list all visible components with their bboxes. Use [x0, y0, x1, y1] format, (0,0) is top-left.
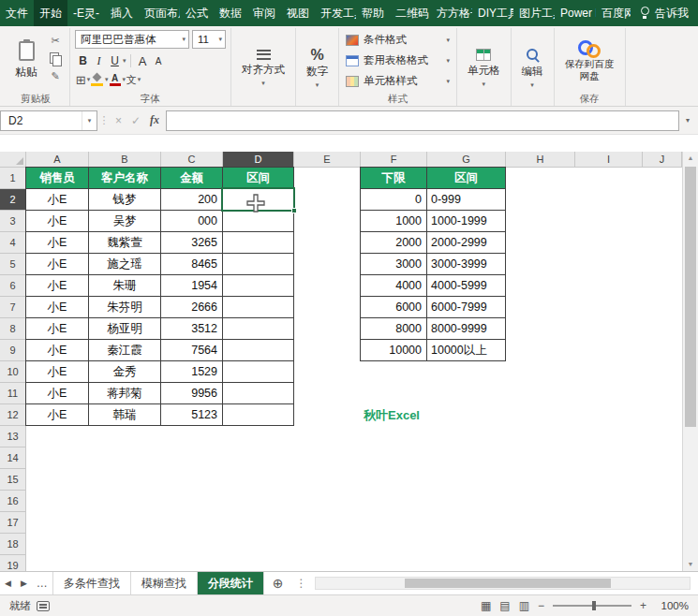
insert-function-button[interactable]: fx	[145, 113, 164, 127]
column-header-D[interactable]: D	[223, 152, 294, 168]
menu-tab-公式[interactable]: 公式	[180, 0, 214, 26]
previous-sheet-arrow[interactable]: ◀	[0, 572, 16, 594]
cell-C12[interactable]: 5123	[161, 404, 223, 426]
editing-button[interactable]: 编辑 ▾	[516, 30, 549, 106]
row-header-4[interactable]: 4	[0, 232, 26, 254]
menu-tab-Power Pivot[interactable]: Power Pivot	[555, 0, 596, 26]
cell-C5[interactable]: 8465	[161, 254, 223, 275]
cut-button[interactable]: ✂	[46, 33, 65, 48]
cell-D3[interactable]	[223, 211, 294, 232]
cell-D7[interactable]	[223, 297, 294, 318]
copy-button[interactable]	[46, 51, 65, 66]
column-header-B[interactable]: B	[89, 152, 161, 168]
sheet-tab-模糊查找[interactable]: 模糊查找	[131, 572, 198, 594]
cell-A9[interactable]: 小E	[26, 340, 89, 361]
cell-G7[interactable]: 6000-7999	[427, 297, 506, 318]
menu-tab-百度网盘[interactable]: 百度网盘	[596, 0, 631, 26]
zoom-out-button[interactable]: −	[538, 599, 544, 612]
menu-tab-开发工具[interactable]: 开发工具	[315, 0, 356, 26]
cell-G4[interactable]: 2000-2999	[427, 232, 506, 254]
row-header-9[interactable]: 9	[0, 340, 26, 361]
menu-tab-审阅[interactable]: 审阅	[247, 0, 281, 26]
cell-D10[interactable]	[223, 361, 294, 383]
cell-B6[interactable]: 朱珊	[89, 275, 161, 297]
format-as-table-button[interactable]: 套用表格格式 ▾	[344, 51, 452, 69]
sheet-tab-多条件查找[interactable]: 多条件查找	[52, 572, 131, 594]
cell-G3[interactable]: 1000-1999	[427, 211, 506, 232]
underline-button[interactable]: U	[107, 52, 123, 69]
cell-G5[interactable]: 3000-3999	[427, 254, 506, 275]
menu-tab-页面布局[interactable]: 页面布局	[139, 0, 180, 26]
bold-button[interactable]: B	[75, 52, 91, 69]
cell-B11[interactable]: 蒋邦菊	[89, 383, 161, 404]
cell-B10[interactable]: 金秀	[89, 361, 161, 383]
save-to-baidu-button[interactable]: 保存到百度网盘	[562, 58, 616, 81]
cancel-button[interactable]: ×	[111, 114, 126, 127]
row-header-8[interactable]: 8	[0, 318, 26, 340]
zoom-level[interactable]: 100%	[655, 600, 689, 611]
font-color-button[interactable]: A▾	[109, 71, 126, 88]
row-header-15[interactable]: 15	[0, 469, 26, 491]
zoom-in-button[interactable]: +	[640, 599, 646, 612]
cell-F3[interactable]: 1000	[361, 211, 427, 232]
row-header-11[interactable]: 11	[0, 383, 26, 404]
sales-header-2[interactable]: 客户名称	[89, 168, 161, 189]
menu-tab-帮助[interactable]: 帮助	[356, 0, 390, 26]
menu-tab-数据[interactable]: 数据	[214, 0, 247, 26]
cell-F6[interactable]: 4000	[361, 275, 427, 297]
horizontal-scrollbar-thumb[interactable]	[405, 579, 611, 588]
column-header-J[interactable]: J	[643, 152, 682, 168]
fill-color-button[interactable]: ▾	[91, 71, 109, 88]
cell-G2[interactable]: 0-999	[427, 189, 506, 211]
page-layout-view-button[interactable]: ▤	[499, 599, 510, 612]
number-format-button[interactable]: % 数字 ▾	[301, 30, 334, 106]
cell-D8[interactable]	[223, 318, 294, 340]
cell-D11[interactable]	[223, 383, 294, 404]
font-name-dropdown[interactable]: 阿里巴巴普惠体 ▾	[75, 30, 189, 49]
cell-F2[interactable]: 0	[361, 189, 427, 211]
cell-F7[interactable]: 6000	[361, 297, 427, 318]
menu-tab-二维码[interactable]: 二维码	[390, 0, 431, 26]
cell-G8[interactable]: 8000-9999	[427, 318, 506, 340]
vertical-scrollbar-thumb[interactable]	[685, 167, 696, 427]
column-header-C[interactable]: C	[161, 152, 223, 168]
row-header-18[interactable]: 18	[0, 534, 26, 555]
tab-scroll-splitter[interactable]: ⋮	[292, 572, 311, 594]
menu-tab-插入[interactable]: 插入	[105, 0, 139, 26]
row-header-17[interactable]: 17	[0, 512, 26, 534]
scroll-down-arrow[interactable]: ▼	[683, 558, 698, 571]
cell-A4[interactable]: 小E	[26, 232, 89, 254]
cell-C4[interactable]: 3265	[161, 232, 223, 254]
row-header-10[interactable]: 10	[0, 361, 26, 383]
cell-D6[interactable]	[223, 275, 294, 297]
conditional-formatting-button[interactable]: 条件格式 ▾	[344, 31, 452, 49]
row-header-2[interactable]: 2	[0, 189, 26, 211]
cell-F9[interactable]: 10000	[361, 340, 427, 361]
select-all-corner[interactable]	[0, 152, 26, 168]
cell-B4[interactable]: 魏紫萱	[89, 232, 161, 254]
new-sheet-button[interactable]: ⊕	[264, 572, 292, 594]
row-header-6[interactable]: 6	[0, 275, 26, 297]
cell-B8[interactable]: 杨亚明	[89, 318, 161, 340]
column-header-H[interactable]: H	[506, 152, 575, 168]
cell-C9[interactable]: 7564	[161, 340, 223, 361]
increase-font-button[interactable]: A	[135, 52, 151, 69]
cell-A12[interactable]: 小E	[26, 404, 89, 426]
enter-button[interactable]: ✓	[126, 114, 145, 127]
sheet-tab-分段统计[interactable]: 分段统计	[198, 572, 264, 594]
lookup-header-2[interactable]: 区间	[427, 168, 506, 189]
row-header-7[interactable]: 7	[0, 297, 26, 318]
cell-C6[interactable]: 1954	[161, 275, 223, 297]
name-box[interactable]: D2 ▾	[0, 110, 97, 131]
cell-D12[interactable]	[223, 404, 294, 426]
cell-C2[interactable]: 200	[161, 189, 223, 211]
column-header-F[interactable]: F	[361, 152, 427, 168]
menu-tab-DIY工具箱[interactable]: DIY工具箱	[472, 0, 513, 26]
cell-A3[interactable]: 小E	[26, 211, 89, 232]
borders-button[interactable]: ⊞▾	[75, 71, 91, 88]
cell-F5[interactable]: 3000	[361, 254, 427, 275]
cell-C10[interactable]: 1529	[161, 361, 223, 383]
cell-B7[interactable]: 朱芬明	[89, 297, 161, 318]
tell-me-button[interactable]: 告诉我	[631, 0, 698, 26]
sales-header-4[interactable]: 区间	[223, 168, 294, 189]
